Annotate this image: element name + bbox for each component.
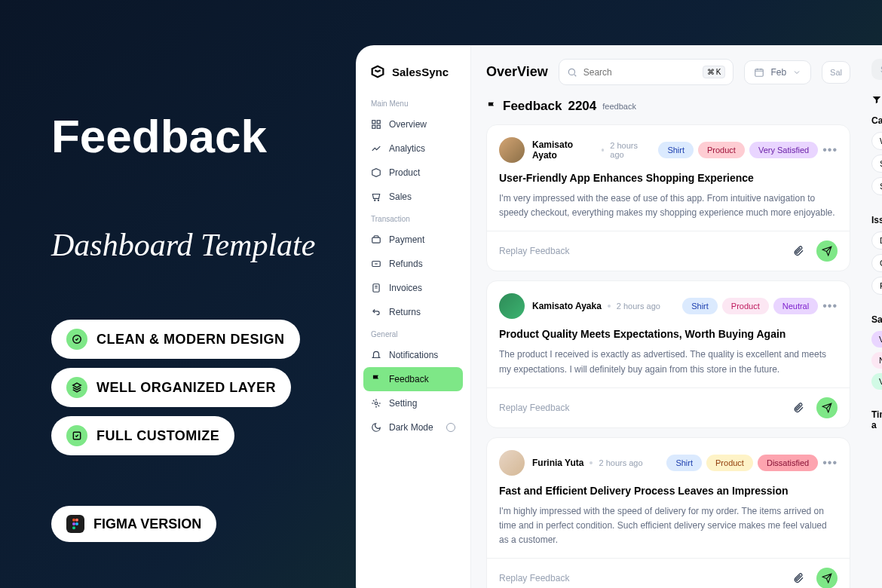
flag-icon — [486, 101, 497, 112]
figma-pill: FIGMA VERSION — [51, 506, 216, 542]
replay-input[interactable]: Replay Feedback — [499, 573, 788, 583]
nav-returns[interactable]: Returns — [363, 300, 463, 324]
card-body: I'm highly impressed with the speed of d… — [499, 504, 838, 548]
tag[interactable]: Product — [706, 455, 753, 471]
feedback-card: Furinia Yuta 2 hours ago Shirt Product D… — [486, 437, 850, 588]
more-button[interactable]: ••• — [822, 143, 838, 157]
filter-label: Time a — [871, 409, 882, 430]
svg-rect-18 — [755, 69, 764, 75]
sidebar: SalesSync Main Menu Overview Analytics P… — [356, 45, 471, 588]
feature-pill: WELL ORGANIZED LAYER — [51, 368, 291, 407]
filter-label: Categ — [871, 115, 882, 126]
paperclip-icon — [792, 245, 804, 257]
filter-label: Satisf — [871, 314, 882, 325]
filter-chip[interactable]: Very — [871, 373, 882, 390]
tag[interactable]: Very Satisfied — [749, 142, 818, 158]
send-icon — [822, 246, 832, 256]
nav-sales[interactable]: Sales — [363, 185, 463, 209]
filter-chip[interactable]: Cust — [871, 254, 882, 272]
svg-point-17 — [568, 69, 574, 75]
nav-feedback[interactable]: Feedback — [363, 367, 463, 391]
box-icon — [371, 167, 381, 178]
edit-icon — [66, 425, 87, 446]
filter-chip[interactable]: Weat — [871, 132, 882, 150]
pencil-icon — [66, 329, 87, 350]
chevron-down-icon — [792, 68, 801, 77]
chart-icon — [371, 143, 381, 154]
cart-icon — [371, 191, 381, 202]
filter-chip[interactable]: Neut — [871, 352, 882, 369]
svg-point-11 — [375, 200, 375, 201]
attach-button[interactable] — [788, 568, 809, 588]
card-title: User-Friendly App Enhances Shopping Expe… — [499, 172, 838, 184]
timestamp: 2 hours ago — [617, 302, 660, 311]
nav-setting[interactable]: Setting — [363, 391, 463, 415]
tag[interactable]: Neutral — [773, 298, 818, 314]
more-button[interactable]: ••• — [822, 456, 838, 470]
sale-dropdown[interactable]: Sal — [822, 61, 850, 84]
tag[interactable]: Product — [722, 298, 769, 314]
svg-point-5 — [75, 522, 78, 525]
filter-chip[interactable]: Very — [871, 331, 882, 348]
section-label: General — [363, 324, 463, 343]
nav-refunds[interactable]: Refunds — [363, 252, 463, 276]
paperclip-icon — [792, 572, 804, 584]
feature-pill: CLEAN & MODERN DESIGN — [51, 320, 300, 359]
filter-panel: Search Fi Categ Weat Snick Swea Issue De… — [865, 45, 882, 588]
feedback-card: Kamisato Ayato 2 hours ago Shirt Product… — [486, 124, 850, 271]
svg-point-12 — [378, 200, 378, 201]
bell-icon — [371, 350, 381, 360]
kbd-shortcut: ⌘K — [703, 66, 726, 78]
avatar — [499, 450, 525, 476]
grid-icon — [371, 119, 381, 130]
nav-overview[interactable]: Overview — [363, 112, 463, 136]
card-body: The product I received is exactly as adv… — [499, 348, 838, 376]
invoice-icon — [371, 283, 381, 293]
send-button[interactable] — [816, 568, 838, 588]
timestamp: 2 hours ago — [599, 458, 642, 467]
filter-chip[interactable]: Swea — [871, 177, 882, 195]
send-button[interactable] — [816, 397, 838, 418]
more-button[interactable]: ••• — [822, 299, 838, 313]
svg-point-3 — [75, 519, 78, 522]
logo[interactable]: SalesSync — [363, 59, 463, 93]
svg-point-6 — [72, 526, 75, 529]
wallet-icon — [371, 234, 381, 245]
attach-button[interactable] — [788, 397, 809, 418]
svg-rect-10 — [377, 125, 380, 128]
svg-rect-9 — [372, 125, 375, 128]
nav-darkmode[interactable]: Dark Mode — [363, 415, 463, 439]
replay-input[interactable]: Replay Feedback — [499, 403, 788, 413]
replay-input[interactable]: Replay Feedback — [499, 246, 788, 256]
search-input[interactable]: ⌘K — [559, 59, 734, 85]
nav-payment[interactable]: Payment — [363, 228, 463, 252]
nav-analytics[interactable]: Analytics — [363, 136, 463, 161]
send-button[interactable] — [816, 240, 838, 262]
filter-chip[interactable]: Retur — [871, 277, 882, 295]
nav-notifications[interactable]: Notifications — [363, 343, 463, 367]
feedback-title: Feedback — [503, 99, 562, 114]
nav-invoices[interactable]: Invoices — [363, 276, 463, 300]
brand-name: SalesSync — [392, 66, 449, 78]
filter-label: Issue — [871, 215, 882, 225]
nav-product[interactable]: Product — [363, 161, 463, 185]
filter-search[interactable]: Search — [871, 59, 882, 80]
paperclip-icon — [792, 402, 804, 414]
tag[interactable]: Product — [698, 142, 745, 158]
refund-icon — [371, 259, 381, 269]
attach-button[interactable] — [788, 240, 809, 262]
tag[interactable]: Shirt — [682, 298, 718, 314]
filter-chip[interactable]: Snick — [871, 155, 882, 173]
svg-point-2 — [72, 519, 75, 522]
filter-chip[interactable]: Deliv — [871, 231, 882, 250]
tag[interactable]: Shirt — [658, 142, 694, 158]
tag[interactable]: Dissatisfied — [758, 455, 818, 471]
tag[interactable]: Shirt — [666, 455, 702, 471]
moon-icon — [371, 422, 381, 433]
toggle-icon[interactable] — [446, 423, 455, 432]
card-title: Fast and Efficient Delivery Process Leav… — [499, 485, 838, 497]
filter-icon — [871, 94, 882, 105]
svg-rect-8 — [377, 121, 380, 124]
page-title: OverView — [486, 64, 548, 80]
month-select[interactable]: Feb — [744, 60, 811, 84]
